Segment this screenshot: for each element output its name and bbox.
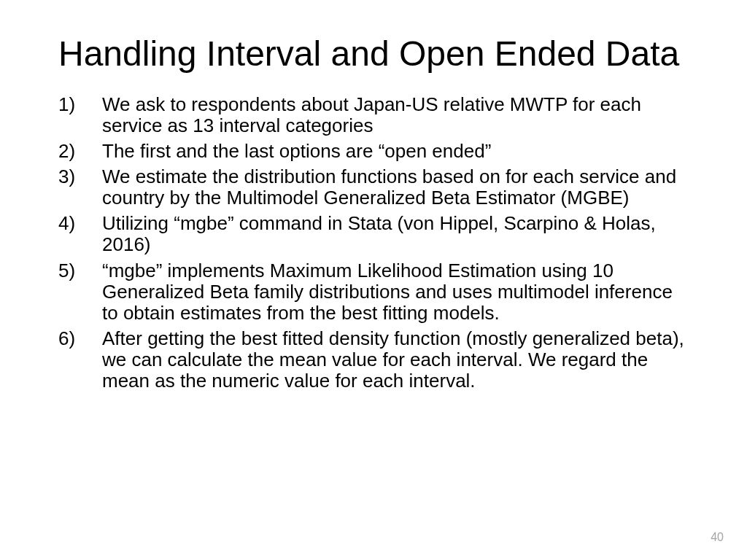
- list-item: We estimate the distribution functions b…: [58, 166, 689, 209]
- list-item: “mgbe” implements Maximum Likelihood Est…: [58, 260, 689, 324]
- slide-title: Handling Interval and Open Ended Data: [58, 35, 689, 74]
- list-item: Utilizing “mgbe” command in Stata (von H…: [58, 213, 689, 255]
- page-number: 40: [711, 531, 724, 544]
- slide: Handling Interval and Open Ended Data We…: [0, 0, 747, 560]
- bullet-list: We ask to respondents about Japan-US rel…: [58, 94, 689, 392]
- list-item: We ask to respondents about Japan-US rel…: [58, 94, 689, 136]
- list-item: After getting the best fitted density fu…: [58, 328, 689, 392]
- list-item: The first and the last options are “open…: [58, 141, 689, 162]
